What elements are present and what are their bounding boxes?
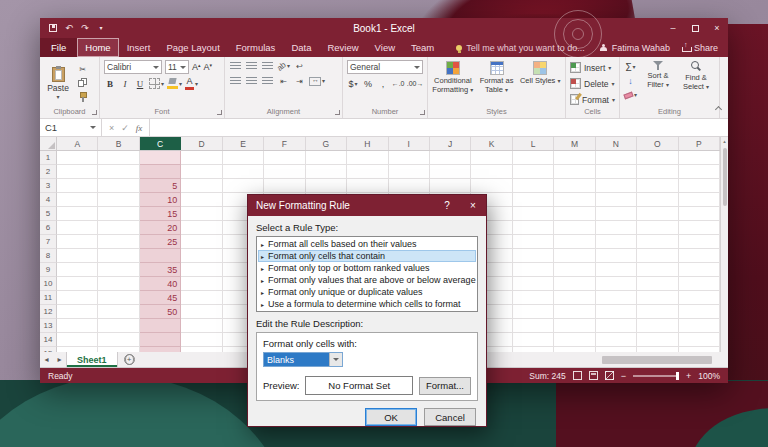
- cell-M9[interactable]: [554, 263, 595, 277]
- cell-O13[interactable]: [637, 319, 678, 333]
- cell-M5[interactable]: [554, 207, 595, 221]
- dialog-close-button[interactable]: ×: [460, 195, 486, 216]
- cell-O2[interactable]: [637, 165, 678, 179]
- cell-A3[interactable]: [57, 179, 98, 193]
- cell-N4[interactable]: [596, 193, 637, 207]
- cell-N10[interactable]: [596, 277, 637, 291]
- cell-B6[interactable]: [98, 221, 139, 235]
- align-bottom-button[interactable]: [261, 60, 274, 72]
- cell-D9[interactable]: [181, 263, 222, 277]
- cell-C14[interactable]: [140, 333, 181, 347]
- cell-M4[interactable]: [554, 193, 595, 207]
- cell-M8[interactable]: [554, 249, 595, 263]
- cell-A14[interactable]: [57, 333, 98, 347]
- view-page-break-button[interactable]: [605, 371, 614, 380]
- cell-B3[interactable]: [98, 179, 139, 193]
- cell-N9[interactable]: [596, 263, 637, 277]
- cell-D14[interactable]: [181, 333, 222, 347]
- row-header-7[interactable]: 7: [40, 235, 57, 249]
- cell-C4[interactable]: 10: [140, 193, 181, 207]
- cell-M7[interactable]: [554, 235, 595, 249]
- cell-L5[interactable]: [513, 207, 554, 221]
- cell-B2[interactable]: [98, 165, 139, 179]
- cell-L10[interactable]: [513, 277, 554, 291]
- name-box[interactable]: C1: [40, 119, 102, 136]
- rule-type-option[interactable]: ▸Format only values that are above or be…: [258, 274, 476, 286]
- dialog-format-button[interactable]: Format...: [419, 377, 471, 395]
- cell-M3[interactable]: [554, 179, 595, 193]
- row-header-10[interactable]: 10: [40, 277, 57, 291]
- cell-E1[interactable]: [223, 151, 264, 165]
- cell-N15[interactable]: [596, 347, 637, 352]
- cell-D8[interactable]: [181, 249, 222, 263]
- cell-O14[interactable]: [637, 333, 678, 347]
- column-header-N[interactable]: N: [596, 137, 637, 150]
- cell-L6[interactable]: [513, 221, 554, 235]
- cell-N8[interactable]: [596, 249, 637, 263]
- zoom-in-button[interactable]: +: [686, 371, 691, 381]
- cell-D6[interactable]: [181, 221, 222, 235]
- select-all-corner[interactable]: [40, 137, 57, 150]
- column-header-F[interactable]: F: [264, 137, 305, 150]
- cell-D12[interactable]: [181, 305, 222, 319]
- cancel-button[interactable]: Cancel: [424, 408, 476, 426]
- maximize-button[interactable]: [684, 18, 706, 38]
- enter-entry-icon[interactable]: ✓: [121, 123, 129, 133]
- cell-O9[interactable]: [637, 263, 678, 277]
- cell-A13[interactable]: [57, 319, 98, 333]
- tab-insert[interactable]: Insert: [119, 38, 159, 57]
- cell-L15[interactable]: [513, 347, 554, 352]
- zoom-slider-thumb[interactable]: [676, 372, 679, 380]
- cell-C15[interactable]: [140, 347, 181, 352]
- cell-L7[interactable]: [513, 235, 554, 249]
- cell-D5[interactable]: [181, 207, 222, 221]
- column-header-E[interactable]: E: [223, 137, 264, 150]
- cell-L2[interactable]: [513, 165, 554, 179]
- column-header-C[interactable]: C: [140, 137, 181, 150]
- cell-B8[interactable]: [98, 249, 139, 263]
- cell-K2[interactable]: [471, 165, 512, 179]
- cell-G3[interactable]: [306, 179, 347, 193]
- dialog-launcher-icon[interactable]: [217, 110, 222, 115]
- merge-center-button[interactable]: ▾: [309, 75, 325, 87]
- cell-P15[interactable]: [679, 347, 720, 352]
- cell-C10[interactable]: 40: [140, 277, 181, 291]
- cell-J2[interactable]: [430, 165, 471, 179]
- column-header-A[interactable]: A: [57, 137, 98, 150]
- cell-D4[interactable]: [181, 193, 222, 207]
- align-middle-button[interactable]: [245, 60, 258, 72]
- save-button[interactable]: [46, 21, 60, 35]
- collapse-ribbon-button[interactable]: [713, 104, 723, 114]
- cell-P12[interactable]: [679, 305, 720, 319]
- cell-L9[interactable]: [513, 263, 554, 277]
- cell-F3[interactable]: [264, 179, 305, 193]
- cell-C6[interactable]: 20: [140, 221, 181, 235]
- formula-input[interactable]: [150, 119, 728, 136]
- rule-type-option[interactable]: ▸Format only unique or duplicate values: [258, 286, 476, 298]
- row-header-15[interactable]: 15: [40, 347, 57, 352]
- font-name-select[interactable]: Calibri: [104, 60, 162, 74]
- currency-button[interactable]: $▾: [347, 77, 359, 90]
- cell-D13[interactable]: [181, 319, 222, 333]
- cell-P11[interactable]: [679, 291, 720, 305]
- underline-button[interactable]: U: [134, 77, 146, 90]
- cell-G1[interactable]: [306, 151, 347, 165]
- cell-C11[interactable]: 45: [140, 291, 181, 305]
- view-page-layout-button[interactable]: [589, 371, 598, 380]
- scroll-up-icon[interactable]: ▴: [723, 137, 726, 146]
- zoom-level[interactable]: 100%: [698, 371, 720, 381]
- column-header-K[interactable]: K: [471, 137, 512, 150]
- vertical-scroll-thumb[interactable]: [723, 148, 727, 206]
- rule-type-option[interactable]: ▸Use a formula to determine which cells …: [258, 298, 476, 310]
- cell-B11[interactable]: [98, 291, 139, 305]
- cell-L12[interactable]: [513, 305, 554, 319]
- cut-button[interactable]: ✂: [76, 63, 89, 75]
- row-header-11[interactable]: 11: [40, 291, 57, 305]
- align-center-button[interactable]: [245, 75, 258, 87]
- cell-P4[interactable]: [679, 193, 720, 207]
- cell-C5[interactable]: 15: [140, 207, 181, 221]
- cell-C3[interactable]: 5: [140, 179, 181, 193]
- cell-M12[interactable]: [554, 305, 595, 319]
- column-header-O[interactable]: O: [637, 137, 678, 150]
- cell-O12[interactable]: [637, 305, 678, 319]
